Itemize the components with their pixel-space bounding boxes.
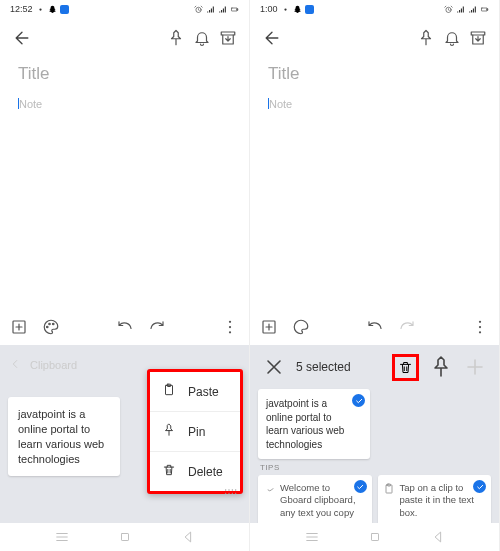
clip-text: javatpoint is a online portal to learn v… bbox=[18, 408, 104, 465]
close-button[interactable] bbox=[262, 355, 286, 379]
pin-icon[interactable] bbox=[417, 29, 435, 47]
clipboard-icon bbox=[162, 383, 176, 400]
snap-icon bbox=[293, 5, 302, 14]
menu-paste[interactable]: Paste bbox=[150, 372, 240, 411]
delete-selected-button[interactable] bbox=[392, 354, 419, 381]
tips-row: Welcome to Gboard clipboard, any text yo… bbox=[258, 475, 491, 523]
note-placeholder: Note bbox=[19, 98, 42, 110]
undo-icon[interactable] bbox=[366, 318, 384, 336]
palette-icon[interactable] bbox=[292, 318, 310, 336]
svg-point-20 bbox=[232, 493, 233, 494]
link-icon bbox=[263, 483, 275, 495]
pin-selected-button[interactable] bbox=[429, 355, 453, 379]
status-bar: 12:52 bbox=[0, 0, 249, 18]
tip-card[interactable]: Welcome to Gboard clipboard, any text yo… bbox=[258, 475, 372, 523]
checkmark-icon bbox=[473, 480, 486, 493]
reminder-icon[interactable] bbox=[443, 29, 461, 47]
svg-point-10 bbox=[229, 326, 231, 328]
signal-icon bbox=[456, 5, 465, 14]
phone-left: 12:52 Title Note bbox=[0, 0, 250, 551]
nav-bar bbox=[0, 523, 249, 551]
battery-icon bbox=[480, 5, 489, 14]
svg-rect-3 bbox=[237, 8, 238, 10]
title-field[interactable]: Title bbox=[250, 58, 499, 90]
redo-icon bbox=[398, 318, 416, 336]
app-icon bbox=[60, 5, 69, 14]
signal2-icon bbox=[218, 5, 227, 14]
clipboard-small-icon bbox=[383, 483, 395, 495]
title-placeholder: Title bbox=[18, 64, 231, 84]
svg-rect-4 bbox=[221, 32, 235, 35]
selection-bar: 5 selected bbox=[258, 351, 491, 383]
nav-back-icon[interactable] bbox=[181, 530, 195, 544]
svg-rect-34 bbox=[371, 534, 378, 541]
menu-paste-label: Paste bbox=[188, 385, 219, 399]
selection-count: 5 selected bbox=[296, 360, 382, 374]
tip-card[interactable]: Tap on a clip to paste it in the text bo… bbox=[378, 475, 492, 523]
reminder-icon[interactable] bbox=[193, 29, 211, 47]
svg-rect-2 bbox=[232, 8, 238, 11]
clipboard-entry[interactable]: javatpoint is a online portal to learn v… bbox=[8, 397, 120, 476]
bottom-toolbar bbox=[0, 309, 249, 345]
keyboard-handle-icon[interactable] bbox=[223, 483, 239, 493]
back-button[interactable] bbox=[12, 28, 32, 48]
archive-icon[interactable] bbox=[219, 29, 237, 47]
checkmark-icon bbox=[352, 394, 365, 407]
svg-rect-22 bbox=[121, 534, 128, 541]
add-clip-button bbox=[463, 355, 487, 379]
pushpin-icon bbox=[162, 423, 176, 440]
svg-point-14 bbox=[225, 489, 226, 490]
pin-icon[interactable] bbox=[167, 29, 185, 47]
context-menu: Paste Pin Delete bbox=[147, 369, 243, 494]
menu-delete-label: Delete bbox=[188, 465, 223, 479]
svg-point-23 bbox=[284, 8, 286, 10]
svg-point-18 bbox=[225, 493, 226, 494]
archive-icon[interactable] bbox=[469, 29, 487, 47]
nav-recent-icon[interactable] bbox=[305, 530, 319, 544]
redo-icon[interactable] bbox=[148, 318, 166, 336]
note-placeholder: Note bbox=[269, 98, 292, 110]
add-box-icon[interactable] bbox=[10, 318, 28, 336]
menu-pin[interactable]: Pin bbox=[150, 411, 240, 451]
svg-point-9 bbox=[229, 321, 231, 323]
more-icon[interactable] bbox=[471, 318, 489, 336]
svg-point-6 bbox=[47, 326, 49, 328]
more-icon[interactable] bbox=[221, 318, 239, 336]
nav-bar bbox=[250, 523, 499, 551]
svg-point-29 bbox=[479, 321, 481, 323]
svg-point-31 bbox=[479, 331, 481, 333]
svg-rect-26 bbox=[487, 8, 488, 10]
back-button[interactable] bbox=[262, 28, 282, 48]
app-bar bbox=[250, 18, 499, 58]
title-field[interactable]: Title bbox=[0, 58, 249, 90]
clipboard-entry[interactable]: javatpoint is a online portal to learn v… bbox=[258, 389, 370, 459]
tip-text: Tap on a clip to paste it in the text bo… bbox=[400, 482, 474, 518]
status-bar: 1:00 bbox=[250, 0, 499, 18]
svg-point-0 bbox=[39, 8, 41, 10]
svg-point-8 bbox=[53, 323, 55, 325]
note-field[interactable]: Note bbox=[0, 90, 249, 309]
svg-point-21 bbox=[235, 493, 236, 494]
battery-icon bbox=[230, 5, 239, 14]
add-box-icon[interactable] bbox=[260, 318, 278, 336]
title-placeholder: Title bbox=[268, 64, 481, 84]
signal2-icon bbox=[468, 5, 477, 14]
tips-heading: TIPS bbox=[260, 463, 491, 472]
snap-icon bbox=[48, 5, 57, 14]
svg-point-7 bbox=[49, 323, 51, 325]
phone-right: 1:00 Title Note bbox=[250, 0, 500, 551]
svg-point-11 bbox=[229, 331, 231, 333]
undo-icon[interactable] bbox=[116, 318, 134, 336]
gear-icon bbox=[281, 5, 290, 14]
note-field[interactable]: Note bbox=[250, 90, 499, 309]
nav-recent-icon[interactable] bbox=[55, 530, 69, 544]
nav-home-icon[interactable] bbox=[368, 530, 382, 544]
svg-rect-25 bbox=[482, 8, 488, 11]
palette-icon[interactable] bbox=[42, 318, 60, 336]
bottom-toolbar bbox=[250, 309, 499, 345]
nav-home-icon[interactable] bbox=[118, 530, 132, 544]
nav-back-icon[interactable] bbox=[431, 530, 445, 544]
status-time: 1:00 bbox=[260, 4, 278, 14]
alarm-icon bbox=[194, 5, 203, 14]
svg-point-16 bbox=[232, 489, 233, 490]
